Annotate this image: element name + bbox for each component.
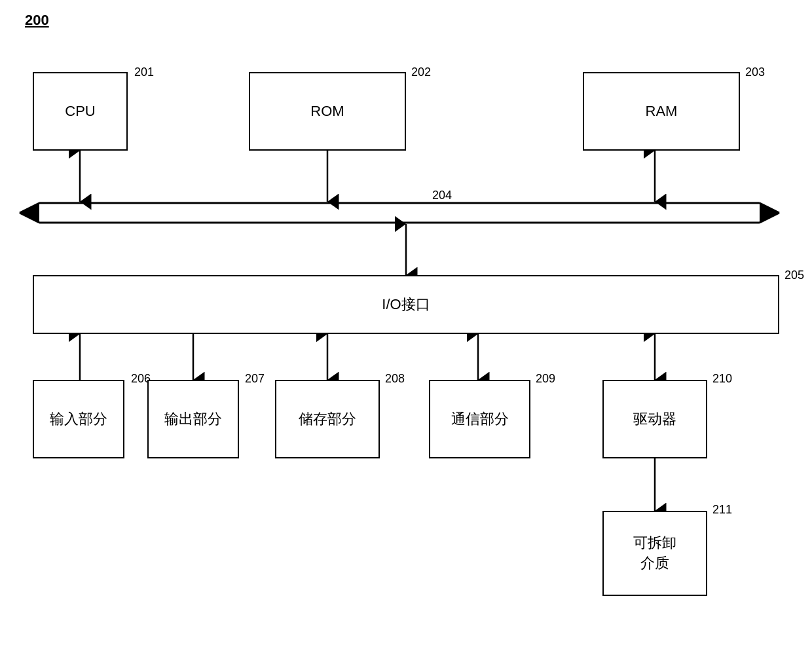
svg-line-11 xyxy=(760,213,779,223)
io-ref: 205 xyxy=(784,269,804,282)
diagram: 200 xyxy=(0,0,812,649)
cpu-box: CPU xyxy=(33,72,128,151)
svg-line-8 xyxy=(20,203,39,213)
removable-ref: 211 xyxy=(712,503,732,517)
storage-ref: 208 xyxy=(385,372,405,386)
bus-ref: 204 xyxy=(432,189,452,202)
svg-marker-6 xyxy=(20,203,39,223)
cpu-ref: 201 xyxy=(134,65,154,79)
output-ref: 207 xyxy=(245,372,265,386)
svg-line-10 xyxy=(760,203,779,213)
figure-label: 200 xyxy=(25,12,49,29)
comm-box: 通信部分 xyxy=(429,380,530,458)
storage-box: 储存部分 xyxy=(275,380,380,458)
io-box: I/O接口 xyxy=(33,275,779,334)
driver-ref: 210 xyxy=(712,372,732,386)
rom-ref: 202 xyxy=(411,65,431,79)
ram-ref: 203 xyxy=(745,65,765,79)
output-box: 输出部分 xyxy=(147,380,239,458)
removable-box: 可拆卸 介质 xyxy=(602,511,707,596)
comm-ref: 209 xyxy=(536,372,555,386)
svg-marker-7 xyxy=(760,203,779,223)
ram-box: RAM xyxy=(583,72,740,151)
input-box: 输入部分 xyxy=(33,380,124,458)
svg-line-9 xyxy=(20,213,39,223)
driver-box: 驱动器 xyxy=(602,380,707,458)
rom-box: ROM xyxy=(249,72,406,151)
